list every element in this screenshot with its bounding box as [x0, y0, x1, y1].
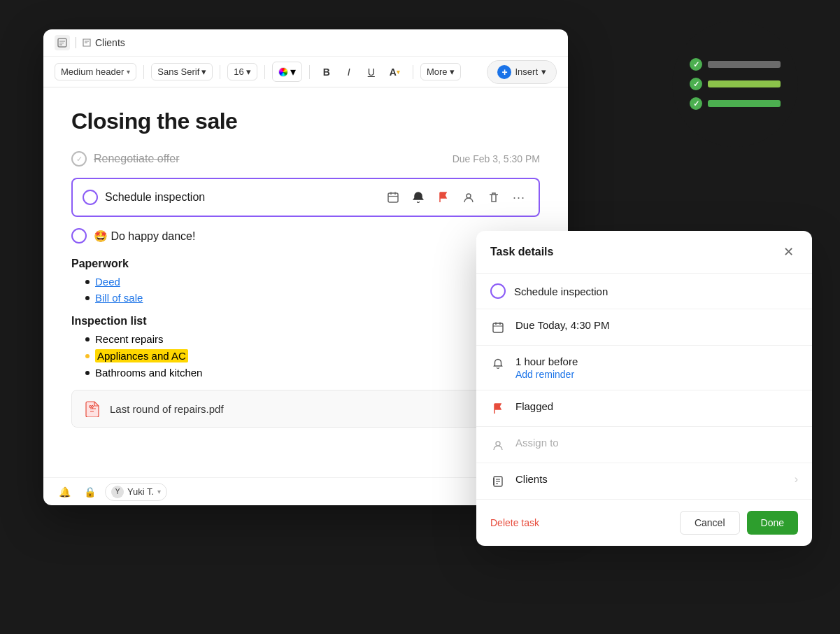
panel-header: Task details ✕	[476, 231, 812, 274]
feature-circle	[672, 21, 798, 147]
task-assign-button[interactable]	[459, 188, 478, 207]
completed-task-row: Renegotiate offer Due Feb 3, 5:30 PM	[71, 151, 540, 167]
more-chevron: ▾	[450, 66, 455, 77]
user-chevron: ▾	[157, 488, 161, 495]
color-dot	[278, 67, 288, 77]
panel-notebook-row[interactable]: Clients ›	[476, 463, 812, 500]
panel-due-content: Due Today, 4:30 PM	[515, 319, 798, 332]
circle-bar-2	[708, 80, 781, 87]
inspection-text-3: Bathrooms and kitchen	[95, 367, 202, 379]
more-label: More	[427, 66, 448, 77]
document-topbar: Clients	[43, 29, 568, 57]
font-chevron: ▾	[201, 66, 206, 77]
file-attachment[interactable]: Last round of repairs.pdf	[71, 390, 493, 428]
toolbar-right: + Insert ▾	[487, 60, 557, 84]
size-selector[interactable]: 16 ▾	[227, 63, 257, 80]
italic-button[interactable]: I	[339, 64, 359, 80]
panel-assign-text: Assign to	[515, 437, 798, 449]
panel-reminder-main: 1 hour before	[515, 355, 798, 367]
panel-footer-buttons: Cancel Done	[680, 511, 798, 535]
inspection-item-2: Appliances and AC	[85, 349, 540, 362]
circle-item-3	[690, 97, 781, 110]
task-bell-button[interactable]	[408, 188, 428, 207]
heading-selector[interactable]: Medium header ▾	[55, 63, 136, 80]
cancel-button[interactable]: Cancel	[680, 511, 740, 535]
panel-flag-row: Flagged	[476, 390, 812, 427]
user-badge[interactable]: Y Yuki T. ▾	[105, 483, 167, 501]
panel-notebook-content: Clients	[515, 473, 785, 486]
toolbar-sep-4	[309, 65, 310, 79]
pending-task-text: 🤩 Do happy dance!	[94, 230, 195, 243]
panel-flag-content: Flagged	[515, 400, 798, 414]
panel-calendar-icon	[490, 320, 506, 335]
svg-rect-15	[493, 323, 503, 332]
completed-check-icon	[71, 151, 87, 167]
bullet-dot-5	[85, 371, 90, 375]
panel-reminder-row: 1 hour before Add reminder	[476, 346, 812, 390]
task-details-panel: Task details ✕ Schedule inspection Due T…	[476, 231, 812, 546]
panel-due-text: Due Today, 4:30 PM	[515, 319, 798, 331]
task-delete-button[interactable]	[484, 188, 504, 207]
completed-task-text: Renegotiate offer	[94, 153, 446, 165]
font-selector[interactable]: Sans Serif ▾	[151, 63, 213, 80]
panel-notebook-icon	[490, 474, 506, 489]
active-task-circle	[83, 190, 98, 205]
completed-task-due: Due Feb 3, 5:30 PM	[453, 153, 540, 164]
toolbar-sep-5	[413, 65, 413, 79]
file-icon	[83, 399, 103, 418]
app-icon	[55, 35, 70, 50]
panel-bell-icon	[490, 356, 506, 372]
inspection-heading: Inspection list	[71, 315, 540, 327]
task-flag-button[interactable]	[434, 188, 453, 207]
bottom-lock-icon: 🔒	[80, 482, 99, 502]
underline-button[interactable]: U	[362, 64, 381, 80]
task-calendar-button[interactable]	[383, 188, 403, 207]
size-label: 16	[234, 66, 243, 77]
svg-point-19	[496, 442, 500, 446]
panel-close-button[interactable]: ✕	[778, 242, 798, 262]
panel-assign-row[interactable]: Assign to	[476, 427, 812, 463]
inspection-text-1: Recent repairs	[95, 333, 164, 345]
panel-reminder-content: 1 hour before Add reminder	[515, 355, 798, 380]
bill-of-sale-link[interactable]: Bill of sale	[95, 292, 143, 304]
paperwork-list: Deed Bill of sale	[85, 276, 540, 304]
panel-reminder-sub[interactable]: Add reminder	[515, 369, 798, 380]
circle-item-1	[690, 58, 781, 71]
inspection-list: Recent repairs Appliances and AC Bathroo…	[85, 333, 540, 379]
delete-task-button[interactable]: Delete task	[490, 517, 539, 528]
active-task-row[interactable]: Schedule inspection	[71, 178, 540, 217]
bold-button[interactable]: B	[317, 64, 336, 80]
inspection-text-2: Appliances and AC	[95, 349, 188, 362]
highlight-button[interactable]: A▾	[384, 64, 406, 80]
circle-check-2	[690, 78, 702, 90]
insert-chevron: ▾	[541, 66, 546, 77]
active-task-text[interactable]: Schedule inspection	[105, 191, 376, 204]
heading-chevron: ▾	[127, 68, 130, 76]
size-chevron: ▾	[246, 66, 251, 77]
panel-footer: Delete task Cancel Done	[476, 500, 812, 546]
circle-check-1	[690, 58, 702, 71]
circle-item-2	[690, 78, 781, 90]
deed-link[interactable]: Deed	[95, 276, 120, 288]
circle-check-3	[690, 97, 702, 110]
color-chevron: ▾	[290, 65, 296, 78]
toolbar-sep-3	[264, 65, 265, 79]
done-button[interactable]: Done	[747, 511, 798, 535]
circle-bar-3	[708, 100, 781, 107]
insert-button[interactable]: + Insert ▾	[487, 60, 557, 84]
user-name: Yuki T.	[127, 486, 154, 497]
panel-task-row: Schedule inspection	[476, 274, 812, 309]
bullet-dot-2	[85, 296, 90, 300]
toolbar-sep-2	[220, 65, 220, 79]
panel-title: Task details	[490, 246, 553, 258]
heading-label: Medium header	[61, 66, 124, 77]
task-more-button[interactable]: ···	[509, 188, 529, 207]
more-button[interactable]: More ▾	[420, 63, 461, 80]
panel-assign-content: Assign to	[515, 437, 798, 449]
user-avatar: Y	[111, 486, 124, 498]
circle-bar-1	[708, 61, 781, 68]
insert-label: Insert	[515, 66, 538, 77]
color-button[interactable]: ▾	[272, 62, 302, 82]
svg-point-10	[467, 194, 471, 198]
document-heading: Closing the sale	[71, 108, 540, 134]
